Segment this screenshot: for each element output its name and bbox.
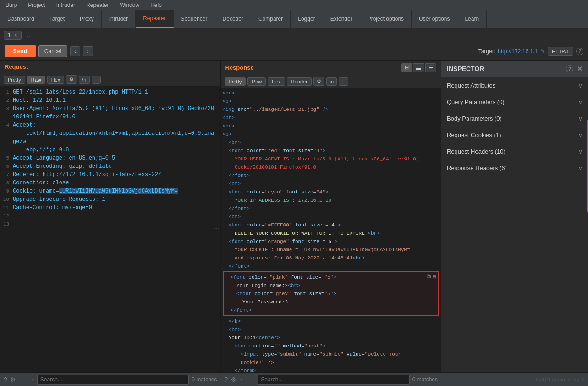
view-single-btn[interactable]: ▬ [413, 63, 424, 72]
status-back-icon-right[interactable]: ← [239, 376, 246, 383]
req-line-7: 7 Referer: http://172.16.1.1/sqli-labs/L… [0, 171, 220, 179]
req-hex-btn[interactable]: Hex [47, 76, 65, 84]
status-fwd-icon-right[interactable]: → [248, 376, 255, 383]
req-line-1: 1 GET /sqli-labs/Less-22/index.php HTTP/… [0, 88, 220, 96]
req-newline-btn[interactable]: \n [79, 76, 89, 84]
view-stacked-btn[interactable]: ☰ [425, 63, 436, 72]
resp-hex-btn[interactable]: Hex [268, 77, 285, 86]
chevron-down-icon-2: ∨ [578, 99, 583, 105]
new-tab-button[interactable]: ... [23, 31, 35, 39]
req-line-2: 2 Host: 172.16.1.1 [0, 96, 220, 105]
response-box-icons: ⧉ ⊞ [427, 273, 436, 281]
expand-icon[interactable]: ⊞ [433, 273, 436, 281]
status-help-icon-right[interactable]: ? [225, 376, 228, 383]
resp-line: <br> [223, 122, 440, 130]
status-help-icon-left[interactable]: ? [4, 376, 7, 383]
cancel-button[interactable]: Cancel [38, 45, 67, 57]
resp-line: <input type="submit" name="submit" value… [223, 350, 440, 358]
toolbar: Send Cancel ‹ › Target: http://172.16.1.… [0, 42, 588, 61]
resp-line: <img src="../images/Less-21.jpg" /> [223, 105, 440, 114]
inspector-panel: INSPECTOR ? ✕ Request Attributes ∨ Query… [441, 61, 588, 372]
request-header: Request [0, 61, 220, 73]
tab-repeater[interactable]: Repeater [136, 10, 173, 28]
edit-target-icon[interactable]: ✎ [540, 48, 545, 55]
resp-special-btn[interactable]: ⚙ [313, 77, 324, 86]
menu-intruder[interactable]: Intruder [55, 1, 77, 9]
request-content[interactable]: 1 GET /sqli-labs/Less-22/index.php HTTP/… [0, 86, 220, 372]
http-version-badge[interactable]: HTTP/1 [548, 47, 573, 56]
menu-help[interactable]: Help [148, 1, 164, 9]
status-back-icon-left[interactable]: ← [19, 376, 25, 383]
search-input-left[interactable] [37, 375, 189, 385]
tab-extender[interactable]: Extender [323, 10, 360, 28]
menu-repeater[interactable]: Repeater [84, 1, 110, 9]
tab-project-options[interactable]: Project options [360, 10, 412, 28]
statusbar-right: ? ⚙ ← → 0 matches [221, 375, 442, 385]
menu-window[interactable]: Window [118, 1, 141, 9]
resp-highlight-line-2: Your Login name:2<br> [225, 281, 438, 290]
tab-comparer[interactable]: Comparer [251, 10, 291, 28]
copy-icon[interactable]: ⧉ [427, 273, 431, 281]
request-toolbar: Pretty Raw Hex ⚙ \n ≡ [0, 73, 220, 86]
inspector-help-icon[interactable]: ? [566, 65, 573, 72]
tab-intruder[interactable]: Intruder [102, 10, 136, 28]
resp-pretty-btn[interactable]: Pretty [225, 77, 246, 86]
inspector-close-icon[interactable]: ✕ [577, 65, 583, 72]
inspector-row-cookies[interactable]: Request Cookies (1) ∨ [441, 127, 588, 143]
tab-learn[interactable]: Learn [457, 10, 487, 28]
response-content[interactable]: <br> <b> <img src="../images/Less-21.jpg… [221, 88, 441, 372]
req-line-11: 11 Cache-Control: max-age=0 [0, 204, 220, 212]
req-line-12: 12 [0, 212, 220, 220]
tab-target[interactable]: Target [42, 10, 72, 28]
req-line-4: 4 Accept: text/html,application/xhtml+xm… [0, 121, 220, 154]
resp-line: </font> [223, 204, 440, 213]
nav-back-button[interactable]: ‹ [70, 46, 80, 56]
help-icon[interactable]: ? [576, 48, 583, 55]
req-special-btn[interactable]: ⚙ [66, 75, 77, 84]
search-input-right[interactable] [258, 375, 409, 385]
req-pretty-btn[interactable]: Pretty [4, 76, 25, 84]
status-gear-icon-right[interactable]: ⚙ [231, 376, 236, 383]
inspector-title: INSPECTOR [447, 65, 484, 72]
inspector-header: INSPECTOR ? ✕ [441, 61, 588, 77]
req-raw-btn[interactable]: Raw [27, 76, 45, 84]
req-menu-btn[interactable]: ≡ [92, 76, 101, 84]
nav-fwd-button[interactable]: › [83, 46, 93, 56]
status-fwd-icon-left[interactable]: → [28, 376, 34, 383]
resp-line: Cookie!" /> [223, 358, 440, 367]
view-split-btn[interactable]: ⊞ [401, 63, 412, 72]
target-label: Target: [478, 48, 495, 55]
statusbar-end: CSDN @dare to try © [441, 377, 588, 382]
req-line-8: 8 Connection: close [0, 179, 220, 187]
request-label: Request [5, 63, 28, 70]
inspector-row-body-params[interactable]: Body Parameters (0) ∨ [441, 110, 588, 127]
inspector-label-req-headers: Request Headers (10) [447, 148, 506, 155]
tab-decoder[interactable]: Decoder [215, 10, 251, 28]
resp-render-btn[interactable]: Render [287, 77, 312, 86]
drag-handle[interactable]: ⋮ [213, 226, 220, 232]
resp-line: YOUR IP ADDRESS IS : 172.16.1.10 [223, 196, 440, 204]
resp-newline-btn[interactable]: \n [326, 77, 337, 86]
send-button[interactable]: Send [5, 45, 36, 57]
resp-menu-btn[interactable]: ≡ [339, 77, 348, 86]
tab-dashboard[interactable]: Dashboard [0, 10, 42, 28]
inspector-row-req-headers[interactable]: Request Headers (10) ∨ [441, 143, 588, 160]
tab-proxy[interactable]: Proxy [72, 10, 102, 28]
menu-burp[interactable]: Burp [4, 1, 19, 9]
resp-raw-btn[interactable]: Raw [247, 77, 266, 86]
menu-project[interactable]: Project [26, 1, 47, 9]
inspector-row-request-attrs[interactable]: Request Attributes ∨ [441, 77, 588, 94]
resp-line: <font color="red" font size="4"> [223, 147, 440, 155]
resp-line: </b> [223, 317, 440, 325]
repeater-tab-1[interactable]: 1 × [4, 31, 22, 40]
response-header: Response ⊞ ▬ ☰ [221, 61, 441, 75]
tab-sequencer[interactable]: Sequencer [174, 10, 215, 28]
response-toolbar: Pretty Raw Hex Render ⚙ \n ≡ [221, 75, 441, 88]
inspector-header-icons: ? ✕ [566, 65, 583, 72]
inspector-row-query-params[interactable]: Query Parameters (0) ∨ [441, 94, 588, 110]
tab-logger[interactable]: Logger [291, 10, 323, 28]
resp-line: YOUR USER AGENT IS : Mozilla/5.0 (X11; L… [223, 155, 440, 163]
tab-user-options[interactable]: User options [412, 10, 457, 28]
inspector-row-resp-headers[interactable]: Response Headers (6) ∨ [441, 160, 588, 176]
status-gear-icon-left[interactable]: ⚙ [10, 376, 16, 383]
